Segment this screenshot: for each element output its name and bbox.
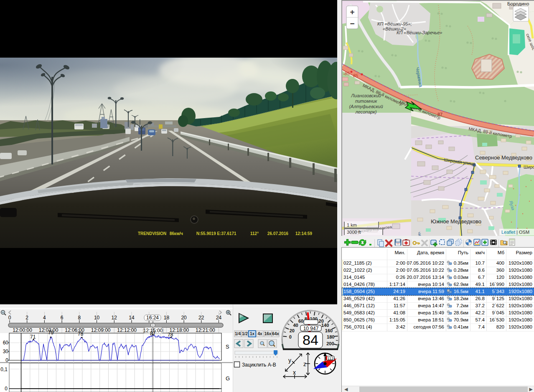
svg-text:питомник: питомник: [355, 99, 377, 104]
svg-text:1x: 1x: [250, 331, 255, 336]
svg-text:TRENDVISION: TRENDVISION: [138, 231, 166, 236]
svg-text:64x: 64x: [272, 331, 279, 336]
svg-text:12:14:59: 12:14:59: [295, 231, 312, 236]
svg-text:Зациклить A-B: Зациклить A-B: [242, 362, 276, 368]
svg-text:1/4: 1/4: [235, 331, 241, 336]
svg-text:79: 79: [48, 330, 54, 336]
svg-text:0: 0: [289, 334, 292, 339]
svg-text:2: 2: [25, 315, 28, 321]
svg-text:Лианозовский: Лианозовский: [351, 93, 381, 98]
svg-text:G: G: [226, 375, 230, 382]
svg-text:20: 20: [290, 328, 295, 333]
svg-text:112°: 112°: [250, 231, 259, 236]
svg-text:180: 180: [327, 334, 334, 339]
svg-text:16:24: 16:24: [146, 315, 159, 321]
svg-text:Бородино: Бородино: [507, 1, 529, 6]
svg-text:N:55.9019 E:37.6171: N:55.9019 E:37.6171: [196, 231, 236, 236]
svg-text:S: S: [226, 344, 229, 350]
svg-text:x: x: [293, 369, 296, 376]
svg-text:18: 18: [164, 315, 170, 321]
svg-text:14: 14: [129, 315, 135, 321]
svg-text:Южное Медведково: Южное Медведково: [431, 218, 481, 225]
svg-text:3000 ft: 3000 ft: [347, 230, 361, 235]
svg-text:-85: -85: [343, 71, 350, 76]
svg-text:12:09:00: 12:09:00: [91, 327, 111, 333]
svg-text:140: 140: [321, 323, 329, 328]
svg-text:78: 78: [78, 331, 84, 337]
svg-text:0: 0: [8, 315, 11, 321]
svg-text:Северное Медведково: Северное Медведково: [475, 154, 532, 161]
svg-text:24: 24: [216, 315, 222, 321]
svg-text:160: 160: [325, 328, 333, 333]
svg-text:6: 6: [61, 315, 64, 321]
svg-text:20: 20: [181, 315, 187, 321]
svg-text:−: −: [350, 19, 354, 28]
svg-text:Leaflet | OSM: Leaflet | OSM: [501, 230, 529, 235]
svg-text:78: 78: [168, 332, 173, 338]
svg-text:71: 71: [30, 334, 36, 340]
svg-text:y: y: [288, 357, 291, 364]
svg-text:12:21:00: 12:21:00: [196, 327, 215, 333]
svg-text:10 947: 10 947: [303, 326, 319, 331]
svg-text:12: 12: [112, 315, 117, 321]
svg-text:z: z: [303, 361, 306, 367]
svg-text:16x: 16x: [264, 331, 272, 336]
svg-text:22: 22: [198, 315, 204, 321]
svg-text:1/2: 1/2: [242, 331, 248, 336]
svg-text:0: 0: [5, 386, 8, 392]
svg-text:4x: 4x: [257, 331, 262, 336]
svg-text:1 km: 1 km: [347, 223, 357, 228]
svg-text:лесопарк): лесопарк): [355, 109, 377, 114]
svg-text:0,1: 0,1: [0, 367, 8, 372]
svg-text:200: 200: [326, 341, 334, 346]
svg-text:87: 87: [437, 112, 442, 117]
svg-text:4: 4: [43, 315, 46, 321]
svg-text:Широ: Широ: [524, 164, 534, 169]
svg-text:8: 8: [78, 315, 81, 321]
svg-text:26.07.2016: 26.07.2016: [267, 231, 288, 236]
svg-text:12:00:00: 12:00:00: [13, 327, 32, 333]
svg-text:86км/ч: 86км/ч: [170, 231, 183, 236]
svg-text:+: +: [350, 8, 354, 16]
svg-text:84: 84: [303, 332, 318, 348]
svg-text:12:12:00: 12:12:00: [117, 327, 137, 333]
svg-text:КП «Вёшки-Заречье»: КП «Вёшки-Заречье»: [397, 30, 442, 35]
svg-text:85: 85: [353, 73, 359, 78]
svg-text:112: 112: [328, 357, 333, 361]
svg-text:10: 10: [94, 315, 100, 321]
svg-text:КП «Вёшки-95»;: КП «Вёшки-95»;: [377, 21, 412, 26]
svg-text:60: 60: [298, 319, 303, 324]
svg-text:40: 40: [293, 323, 298, 328]
svg-text:(Алтуфьевский: (Алтуфьевский: [349, 104, 383, 109]
